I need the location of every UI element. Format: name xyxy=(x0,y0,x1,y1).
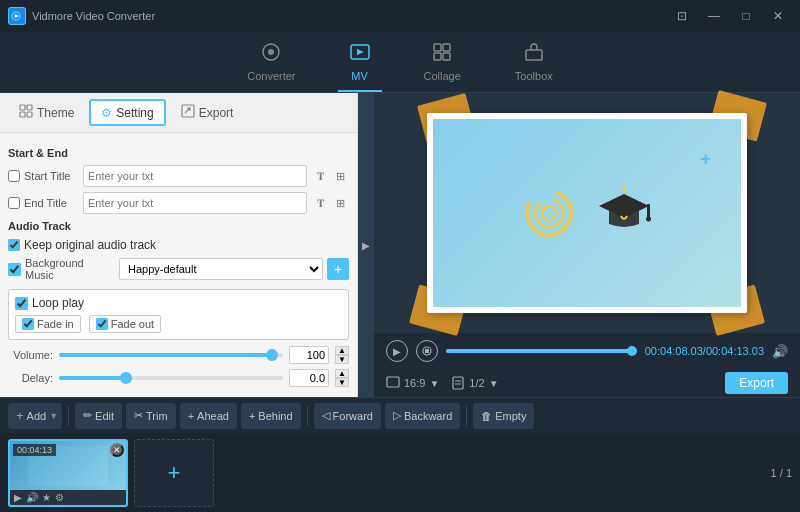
sep3 xyxy=(466,406,467,426)
end-title-row: End Title 𝐓 ⊞ xyxy=(8,192,349,214)
trim-btn[interactable]: ✂ Trim xyxy=(126,403,176,429)
app-logo xyxy=(8,7,26,25)
end-title-text-icon[interactable]: 𝐓 xyxy=(311,194,329,212)
timeline: 00:04:13 ✕ ▶ 🔊 ★ ⚙ + 1 / 1 xyxy=(0,433,800,512)
svg-rect-14 xyxy=(20,112,25,117)
add-btn-toolbar[interactable]: + Add ▼ xyxy=(8,403,62,429)
end-title-icons: 𝐓 ⊞ xyxy=(311,194,349,212)
end-title-grid-icon[interactable]: ⊞ xyxy=(331,194,349,212)
clip-audio-icon[interactable]: 🔊 xyxy=(26,492,38,503)
clip-play-icon[interactable]: ▶ xyxy=(14,492,22,503)
sep1 xyxy=(68,406,69,426)
tab-mv[interactable]: MV xyxy=(338,38,382,92)
loop-play-label: Loop play xyxy=(32,296,84,310)
delay-value[interactable] xyxy=(289,369,329,387)
start-title-row: Start Title 𝐓 ⊞ xyxy=(8,165,349,187)
title-bar: Vidmore Video Converter ⊡ — □ ✕ xyxy=(0,0,800,32)
clip-settings-icon[interactable]: ⚙ xyxy=(55,492,64,503)
panel-expand-btn[interactable]: ▶ xyxy=(358,93,374,397)
delay-spinners: ▲ ▼ xyxy=(335,369,349,387)
delay-thumb[interactable] xyxy=(120,372,132,384)
fade-in-checkbox[interactable] xyxy=(22,318,34,330)
video-preview: + xyxy=(417,108,757,318)
mv-icon xyxy=(350,42,370,67)
edit-btn[interactable]: ✏ Edit xyxy=(75,403,122,429)
stop-btn[interactable] xyxy=(416,340,438,362)
page-btn[interactable]: 1/2 ▼ xyxy=(451,376,498,390)
aspect-ratio-btn[interactable]: 16:9 ▼ xyxy=(386,376,439,390)
loop-play-checkbox[interactable] xyxy=(15,297,28,310)
aspect-icon xyxy=(386,376,400,390)
delay-up-btn[interactable]: ▲ xyxy=(335,369,349,378)
volume-up-btn[interactable]: ▲ xyxy=(335,346,349,355)
audio-track-title: Audio Track xyxy=(8,220,349,232)
volume-icon[interactable]: 🔊 xyxy=(772,344,788,359)
start-title-grid-icon[interactable]: ⊞ xyxy=(331,167,349,185)
export-nav-icon xyxy=(181,104,195,121)
close-btn[interactable]: ✕ xyxy=(764,5,792,27)
graduation-cap-icon xyxy=(597,186,652,241)
clip-close-btn[interactable]: ✕ xyxy=(110,443,124,457)
empty-btn[interactable]: 🗑 Empty xyxy=(473,403,534,429)
start-title-label: Start Title xyxy=(24,170,79,182)
add-music-btn[interactable]: + xyxy=(327,258,349,280)
bg-music-checkbox[interactable] xyxy=(8,263,21,276)
maximize-btn[interactable]: □ xyxy=(732,5,760,27)
fade-out-checkbox[interactable] xyxy=(96,318,108,330)
volume-slider[interactable] xyxy=(59,353,283,357)
keep-original-checkbox[interactable] xyxy=(8,239,20,251)
minimize-btn[interactable]: — xyxy=(700,5,728,27)
volume-thumb[interactable] xyxy=(266,349,278,361)
forward-btn[interactable]: ◁ Forward xyxy=(314,403,381,429)
clip-bottom-icons: ▶ 🔊 ★ ⚙ xyxy=(10,490,126,505)
volume-value[interactable] xyxy=(289,346,329,364)
start-title-input[interactable] xyxy=(83,165,307,187)
left-panel: Theme ⚙ Setting Export Start & End Start… xyxy=(0,93,358,397)
video-frame: + xyxy=(427,113,747,313)
volume-down-btn[interactable]: ▼ xyxy=(335,355,349,364)
start-title-checkbox[interactable] xyxy=(8,170,20,182)
forward-label: Forward xyxy=(333,410,373,422)
edit-label: Edit xyxy=(95,410,114,422)
timeline-clip[interactable]: 00:04:13 ✕ ▶ 🔊 ★ ⚙ xyxy=(8,439,128,507)
backward-btn[interactable]: ▷ Backward xyxy=(385,403,460,429)
bg-music-select[interactable]: Happy-default xyxy=(119,258,323,280)
delay-value-box xyxy=(289,369,329,387)
delay-row: Delay: ▲ ▼ xyxy=(8,369,349,387)
end-title-label: End Title xyxy=(24,197,79,209)
tab-collage[interactable]: Collage xyxy=(412,38,473,92)
export-button[interactable]: Export xyxy=(725,372,788,394)
start-title-text-icon[interactable]: 𝐓 xyxy=(311,167,329,185)
subtab-theme-label: Theme xyxy=(37,106,74,120)
preview-area: + xyxy=(374,93,800,333)
behind-btn[interactable]: + Behind xyxy=(241,403,301,429)
subtab-export[interactable]: Export xyxy=(170,99,245,126)
end-title-checkbox[interactable] xyxy=(8,197,20,209)
message-btn[interactable]: ⊡ xyxy=(668,5,696,27)
svg-rect-9 xyxy=(434,53,441,60)
tab-toolbox[interactable]: Toolbox xyxy=(503,38,565,92)
ahead-label: Ahead xyxy=(197,410,229,422)
page-label: 1/2 xyxy=(469,377,484,389)
progress-bar[interactable] xyxy=(446,349,637,353)
subtab-theme[interactable]: Theme xyxy=(8,99,85,126)
delay-slider[interactable] xyxy=(59,376,283,380)
svg-point-20 xyxy=(541,205,547,211)
play-btn[interactable]: ▶ xyxy=(386,340,408,362)
main-area: Theme ⚙ Setting Export Start & End Start… xyxy=(0,93,800,397)
clip-star-icon[interactable]: ★ xyxy=(42,492,51,503)
tab-converter[interactable]: Converter xyxy=(235,38,307,92)
settings-content: Start & End Start Title 𝐓 ⊞ End Title 𝐓 … xyxy=(0,133,357,397)
add-arrow-icon: ▼ xyxy=(49,411,58,421)
player-bar: ▶ 00:04:08.03/00:04:13.03 🔊 xyxy=(374,333,800,369)
ahead-btn[interactable]: + Ahead xyxy=(180,403,237,429)
delay-down-btn[interactable]: ▼ xyxy=(335,378,349,387)
svg-point-4 xyxy=(268,49,274,55)
vidmore-logo-icon xyxy=(522,186,577,241)
svg-rect-16 xyxy=(182,105,194,117)
trim-icon: ✂ xyxy=(134,409,143,422)
keep-original-row: Keep original audio track xyxy=(8,238,349,252)
subtab-setting[interactable]: ⚙ Setting xyxy=(89,99,165,126)
add-clip-btn[interactable]: + xyxy=(134,439,214,507)
end-title-input[interactable] xyxy=(83,192,307,214)
